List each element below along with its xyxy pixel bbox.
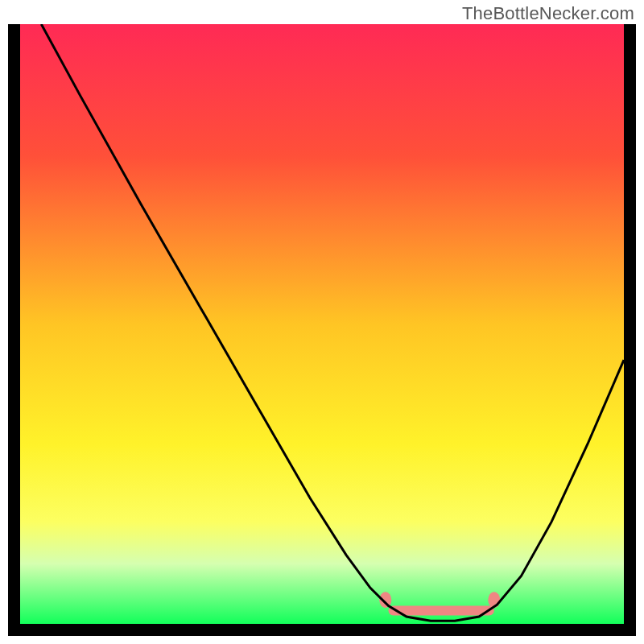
chart-frame	[8, 24, 636, 636]
plot-gradient-area	[20, 24, 624, 624]
bottleneck-chart	[8, 24, 636, 636]
watermark-label: TheBottleNecker.com	[462, 3, 634, 24]
